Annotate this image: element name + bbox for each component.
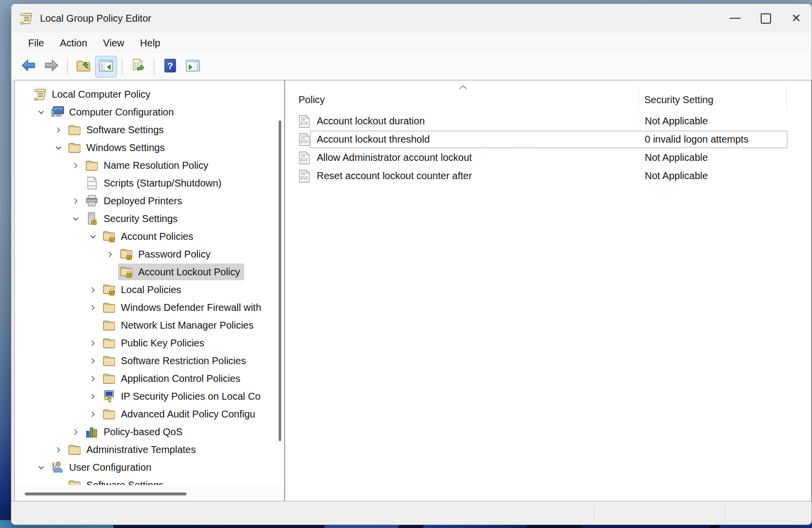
maximize-icon xyxy=(761,13,771,24)
show-action-pane-button[interactable] xyxy=(182,56,204,77)
tree-item-local-computer-policy[interactable]: Local Computer Policy xyxy=(15,85,284,103)
close-icon: ✕ xyxy=(791,12,801,24)
qos-chart-icon xyxy=(84,424,99,439)
menu-action[interactable]: Action xyxy=(52,36,95,51)
tree-item-security-settings[interactable]: Security Settings xyxy=(15,210,284,227)
maximize-button[interactable] xyxy=(750,4,781,33)
tree-item-label: Advanced Audit Policy Configu xyxy=(121,409,255,420)
expander-spacer xyxy=(50,477,66,485)
chevron-right-icon[interactable] xyxy=(85,353,101,369)
tree-item-scripts-startup-shutdown[interactable]: <=><=>Scripts (Startup/Shutdown) xyxy=(15,174,284,192)
forward-button[interactable] xyxy=(40,56,62,77)
tree-item-local-policies[interactable]: Local Policies xyxy=(15,281,284,299)
back-arrow-icon xyxy=(21,58,37,75)
tree-item-account-policies[interactable]: Account Policies xyxy=(15,227,284,245)
tree-item-label: Local Policies xyxy=(121,284,181,296)
tree-item-public-key-policies[interactable]: Public Key Policies xyxy=(15,334,284,352)
chevron-right-icon[interactable] xyxy=(85,282,101,298)
security-server-icon xyxy=(84,211,99,226)
tree-item-software-settings[interactable]: Software Settings xyxy=(15,476,284,485)
tree-item-label: User Configuration xyxy=(69,462,151,473)
tree-item-label: Password Policy xyxy=(138,249,211,260)
list-row-account-lockout-threshold[interactable]: 10010Account lockout threshold0 invalid … xyxy=(286,130,811,149)
tree-item-windows-settings[interactable]: Windows Settings xyxy=(15,139,284,156)
svg-text:010: 010 xyxy=(300,121,308,126)
column-header-security-setting[interactable]: Security Setting xyxy=(644,94,713,106)
menu-bar: FileActionViewHelp xyxy=(11,33,812,54)
list-row-reset-account-lockout-counter-after[interactable]: 10010Reset account lockout counter after… xyxy=(286,167,811,185)
help-button[interactable]: ? xyxy=(159,56,181,77)
back-button[interactable] xyxy=(18,56,39,77)
tree-item-computer-configuration[interactable]: Computer Configuration xyxy=(15,103,284,121)
tree-item-software-restriction-policies[interactable]: Software Restriction Policies xyxy=(15,352,284,370)
chevron-down-icon[interactable] xyxy=(33,104,49,120)
list-row-account-lockout-duration[interactable]: 10010Account lockout durationNot Applica… xyxy=(286,112,811,130)
tree-item-name-resolution-policy[interactable]: Name Resolution Policy xyxy=(15,156,284,174)
tree-item-software-settings[interactable]: Software Settings xyxy=(15,121,284,139)
chevron-right-icon[interactable] xyxy=(85,300,101,315)
column-divider[interactable] xyxy=(786,86,787,109)
chevron-right-icon[interactable] xyxy=(85,406,101,422)
svg-text:010: 010 xyxy=(300,140,308,144)
folder-icon xyxy=(67,140,82,155)
tree-item-label: IP Security Policies on Local Co xyxy=(121,391,260,402)
chevron-right-icon[interactable] xyxy=(50,442,66,457)
status-bar-divider xyxy=(594,504,594,522)
chevron-right-icon[interactable] xyxy=(102,246,118,262)
menu-file[interactable]: File xyxy=(20,36,52,51)
policy-document-icon: 10010 xyxy=(298,114,311,128)
chevron-down-icon[interactable] xyxy=(85,228,101,244)
chevron-right-icon[interactable] xyxy=(85,388,101,404)
tree-item-administrative-templates[interactable]: Administrative Templates xyxy=(15,441,284,458)
tree-vertical-scrollbar[interactable] xyxy=(279,120,281,441)
svg-text:010: 010 xyxy=(300,176,308,181)
column-header-policy[interactable]: Policy xyxy=(298,94,325,106)
policy-document-icon: 10010 xyxy=(298,151,311,165)
tree-item-user-configuration[interactable]: User Configuration xyxy=(15,458,284,476)
chevron-down-icon[interactable] xyxy=(68,211,83,226)
close-button[interactable]: ✕ xyxy=(781,4,812,33)
column-divider[interactable] xyxy=(638,86,639,109)
expander-spacer xyxy=(102,264,118,280)
folder-lock-icon xyxy=(102,229,116,244)
minimize-button[interactable] xyxy=(720,4,750,33)
toolbar-separator xyxy=(122,59,122,75)
chevron-down-icon[interactable] xyxy=(33,459,49,475)
title-bar[interactable]: Local Group Policy Editor ✕ xyxy=(11,4,812,33)
up-one-level-button[interactable] xyxy=(73,56,94,77)
tree-item-password-policy[interactable]: Password Policy xyxy=(15,245,284,263)
security-setting-value: Not Applicable xyxy=(645,115,708,127)
minimize-icon xyxy=(730,18,740,19)
chevron-right-icon[interactable] xyxy=(68,157,83,173)
tree-item-advanced-audit-policy-configu[interactable]: Advanced Audit Policy Configu xyxy=(15,405,284,423)
export-list-button[interactable] xyxy=(127,56,149,77)
list-row-allow-administrator-account-lockout[interactable]: 10010Allow Administrator account lockout… xyxy=(286,149,811,167)
show-console-tree-toggle[interactable] xyxy=(95,56,117,77)
menu-help[interactable]: Help xyxy=(132,36,168,51)
chevron-down-icon[interactable] xyxy=(50,140,66,155)
folder-icon xyxy=(102,318,116,333)
user-configuration-icon xyxy=(50,460,65,475)
tree-item-account-lockout-policy[interactable]: Account Lockout Policy xyxy=(15,263,284,281)
tree-item-network-list-manager-policies[interactable]: Network List Manager Policies xyxy=(15,316,284,334)
menu-view[interactable]: View xyxy=(95,36,132,51)
tree-item-application-control-policies[interactable]: Application Control Policies xyxy=(15,370,284,387)
tree-item-ip-security-policies-on-local-co[interactable]: IP Security Policies on Local Co xyxy=(15,387,284,405)
toolbar-separator xyxy=(67,59,68,75)
chevron-right-icon[interactable] xyxy=(68,193,83,209)
tree-horizontal-scrollbar-track[interactable] xyxy=(15,486,284,502)
tree-horizontal-scrollbar[interactable] xyxy=(25,492,186,495)
chevron-right-icon[interactable] xyxy=(50,122,66,138)
toolbar-separator xyxy=(154,59,154,75)
chevron-right-icon[interactable] xyxy=(85,335,101,351)
sort-ascending-icon xyxy=(459,83,468,88)
action-pane-icon xyxy=(185,58,201,75)
tree-item-deployed-printers[interactable]: Deployed Printers xyxy=(15,192,284,210)
tree-item-windows-defender-firewall-with[interactable]: Windows Defender Firewall with xyxy=(15,299,284,316)
ipsec-computer-key-icon xyxy=(102,389,116,404)
tree-item-policy-based-qos[interactable]: Policy-based QoS xyxy=(15,423,284,441)
chevron-right-icon[interactable] xyxy=(68,424,83,440)
svg-text:<=>: <=> xyxy=(89,184,96,188)
chevron-right-icon[interactable] xyxy=(85,371,101,386)
tree-item-label: Deployed Printers xyxy=(104,195,182,207)
